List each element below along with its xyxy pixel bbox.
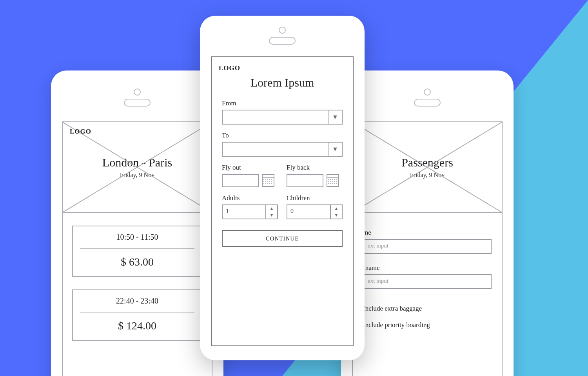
flight-time: 22:40 - 23:40 — [73, 290, 201, 312]
surname-input[interactable]: ext input — [363, 274, 492, 289]
continue-label: CONTINUE — [266, 235, 299, 242]
chevron-down-icon: ▼ — [328, 143, 342, 156]
to-value — [223, 143, 328, 156]
adults-value: 1 — [223, 205, 265, 219]
screen-passengers: O Passengers Friday, 9 Nov me ext input … — [352, 121, 503, 376]
phone-mockup-passengers: O Passengers Friday, 9 Nov me ext input … — [341, 70, 514, 376]
option-label: Include extra baggage — [363, 305, 422, 313]
continue-button[interactable]: CONTINUE — [222, 230, 343, 247]
flight-time: 10:50 - 11:50 — [73, 226, 201, 248]
calendar-icon[interactable] — [327, 174, 339, 187]
logo-text: LOGO — [70, 128, 91, 136]
logo-text: LOGO — [219, 64, 240, 72]
camera-icon — [424, 89, 431, 96]
priority-boarding-option[interactable]: Include priority boarding — [363, 321, 492, 329]
speaker-icon — [124, 99, 151, 107]
chevron-up-icon[interactable]: ▲ — [266, 205, 277, 212]
camera-icon — [279, 27, 286, 34]
surname-label: rname — [363, 264, 492, 272]
name-label: me — [363, 229, 492, 237]
header-placeholder: O Passengers Friday, 9 Nov — [353, 122, 502, 213]
flight-price: $ 124.00 — [73, 313, 201, 340]
chevron-down-icon[interactable]: ▼ — [331, 212, 342, 219]
chevron-up-icon[interactable]: ▲ — [331, 205, 342, 212]
header-placeholder: LOGO London - Paris Friday, 9 Nov — [63, 122, 212, 213]
flight-card[interactable]: 10:50 - 11:50 $ 63.00 — [72, 226, 202, 277]
extra-baggage-option[interactable]: Include extra baggage — [363, 305, 492, 313]
adults-label: Adults — [222, 194, 278, 202]
from-select[interactable]: ▼ — [222, 110, 343, 125]
chevron-down-icon: ▼ — [328, 110, 342, 124]
screen-flights: LOGO London - Paris Friday, 9 Nov 10:50 … — [62, 121, 212, 376]
to-select[interactable]: ▼ — [222, 142, 343, 157]
adults-stepper[interactable]: 1 ▲▼ — [222, 204, 278, 219]
stage: LOGO London - Paris Friday, 9 Nov 10:50 … — [0, 0, 588, 376]
phone-mockup-search: LOGO Lorem Ipsum From ▼ To ▼ Fl — [200, 16, 365, 360]
fly-back-label: Fly back — [287, 164, 343, 172]
fly-out-label: Fly out — [222, 164, 278, 172]
app-title: Lorem Ipsum — [212, 76, 353, 89]
children-stepper[interactable]: 0 ▲▼ — [287, 204, 343, 219]
from-label: From — [222, 99, 343, 107]
screen-search: LOGO Lorem Ipsum From ▼ To ▼ Fl — [211, 56, 354, 346]
to-label: To — [222, 132, 343, 139]
from-value — [223, 110, 328, 124]
option-label: Include priority boarding — [363, 321, 430, 329]
calendar-icon[interactable] — [262, 174, 274, 187]
fly-back-input[interactable] — [287, 174, 323, 187]
flight-price: $ 63.00 — [73, 249, 201, 276]
chevron-down-icon[interactable]: ▼ — [266, 212, 277, 219]
speaker-icon — [269, 37, 296, 45]
children-label: Children — [287, 194, 343, 202]
camera-icon — [134, 89, 141, 96]
name-input[interactable]: ext input — [363, 239, 492, 254]
fly-out-input[interactable] — [222, 174, 259, 187]
flight-card[interactable]: 22:40 - 23:40 $ 124.00 — [72, 289, 202, 341]
children-value: 0 — [287, 205, 330, 219]
phone-mockup-flights: LOGO London - Paris Friday, 9 Nov 10:50 … — [51, 70, 223, 376]
speaker-icon — [414, 99, 441, 107]
